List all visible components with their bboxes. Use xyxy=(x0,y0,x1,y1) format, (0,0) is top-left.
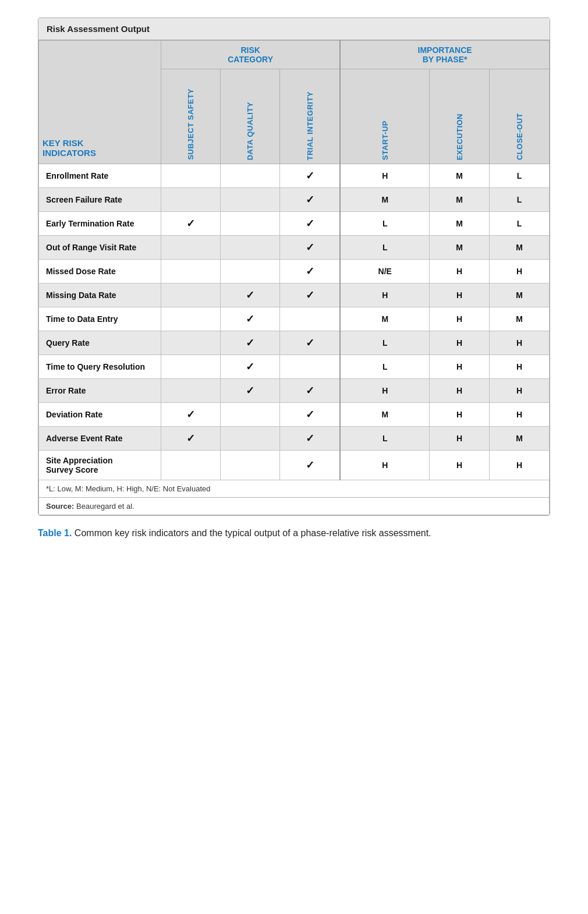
source-row: Source: Beauregard et al. xyxy=(39,498,550,515)
checkmark-icon: ✓ xyxy=(306,289,314,301)
data-cell: H xyxy=(430,379,490,403)
data-cell: H xyxy=(340,451,430,480)
data-cell: M xyxy=(490,427,550,451)
table-row: Screen Failure Rate✓MML xyxy=(39,188,550,212)
data-cell: ✓ xyxy=(279,403,340,427)
checkmark-icon: ✓ xyxy=(186,409,195,420)
data-cell xyxy=(279,307,340,331)
data-cell: H xyxy=(490,260,550,284)
data-cell: ✓ xyxy=(279,331,340,355)
data-cell xyxy=(161,188,221,212)
data-cell: M xyxy=(490,284,550,307)
data-cell: H xyxy=(430,451,490,480)
footnote-cell: *L: Low, M: Medium, H: High, N/E: Not Ev… xyxy=(39,480,550,498)
table-wrapper: Risk Assessment Output KEY RISK INDICATO… xyxy=(38,17,550,516)
data-cell: ✓ xyxy=(279,212,340,236)
checkmark-icon: ✓ xyxy=(306,459,314,471)
checkmark-icon: ✓ xyxy=(306,194,314,206)
data-cell: L xyxy=(490,212,550,236)
data-cell: ✓ xyxy=(279,188,340,212)
table-row: Deviation Rate✓✓MHH xyxy=(39,403,550,427)
data-cell: H xyxy=(340,164,430,188)
indicator-name-cell: Deviation Rate xyxy=(39,403,161,427)
data-cell: L xyxy=(340,427,430,451)
data-cell xyxy=(220,403,279,427)
checkmark-icon: ✓ xyxy=(306,337,314,349)
indicator-name-cell: Query Rate xyxy=(39,331,161,355)
checkmark-icon: ✓ xyxy=(306,218,314,229)
col-closeout: CLOSE-OUT xyxy=(490,69,550,164)
data-cell: L xyxy=(340,355,430,379)
data-cell: H xyxy=(430,260,490,284)
indicator-name-cell: Time to Query Resolution xyxy=(39,355,161,379)
checkmark-icon: ✓ xyxy=(306,265,314,277)
data-cell: M xyxy=(490,236,550,260)
caption-text: Common key risk indicators and the typic… xyxy=(75,528,431,538)
checkmark-icon: ✓ xyxy=(246,385,254,396)
source-text: Beauregard et al. xyxy=(76,502,134,511)
indicator-name-cell: Time to Data Entry xyxy=(39,307,161,331)
indicator-name-cell: Early Termination Rate xyxy=(39,212,161,236)
indicator-name-cell: Missing Data Rate xyxy=(39,284,161,307)
source-label: Source: xyxy=(46,502,74,511)
data-cell: H xyxy=(430,331,490,355)
data-cell: ✓ xyxy=(161,212,221,236)
data-cell xyxy=(220,188,279,212)
data-cell xyxy=(161,284,221,307)
table-row: Missing Data Rate✓✓HHM xyxy=(39,284,550,307)
data-cell xyxy=(161,355,221,379)
data-cell: H xyxy=(490,403,550,427)
indicator-name-cell: Missed Dose Rate xyxy=(39,260,161,284)
checkmark-icon: ✓ xyxy=(246,361,254,373)
table-row: Error Rate✓✓HHH xyxy=(39,379,550,403)
data-cell: ✓ xyxy=(279,164,340,188)
data-cell: H xyxy=(430,307,490,331)
checkmark-icon: ✓ xyxy=(246,289,254,301)
table-row: Out of Range Visit Rate✓LMM xyxy=(39,236,550,260)
data-cell: H xyxy=(340,379,430,403)
data-cell: H xyxy=(430,284,490,307)
table-row: Early Termination Rate✓✓LML xyxy=(39,212,550,236)
col-data-quality: DATA QUALITY xyxy=(220,69,279,164)
data-cell: ✓ xyxy=(161,403,221,427)
table-body: Enrollment Rate✓HMLScreen Failure Rate✓M… xyxy=(39,164,550,480)
table-row: Site Appreciation Survey Score✓HHH xyxy=(39,451,550,480)
data-cell xyxy=(220,260,279,284)
risk-assessment-table: KEY RISK INDICATORS RISK CATEGORY IMPORT… xyxy=(38,40,550,515)
data-cell: ✓ xyxy=(220,284,279,307)
source-cell: Source: Beauregard et al. xyxy=(39,498,550,515)
data-cell: M xyxy=(430,212,490,236)
checkmark-icon: ✓ xyxy=(246,313,254,325)
data-cell: H xyxy=(490,451,550,480)
data-cell xyxy=(220,164,279,188)
data-cell xyxy=(161,331,221,355)
data-cell xyxy=(220,236,279,260)
data-cell: M xyxy=(430,164,490,188)
data-cell: H xyxy=(430,355,490,379)
table-row: Query Rate✓✓LHH xyxy=(39,331,550,355)
data-cell: ✓ xyxy=(220,331,279,355)
checkmark-icon: ✓ xyxy=(186,218,195,229)
table-row: Enrollment Rate✓HML xyxy=(39,164,550,188)
data-cell: H xyxy=(490,379,550,403)
data-cell: ✓ xyxy=(220,355,279,379)
col-startup: START-UP xyxy=(340,69,430,164)
indicator-name-cell: Screen Failure Rate xyxy=(39,188,161,212)
data-cell: M xyxy=(490,307,550,331)
data-cell: ✓ xyxy=(220,307,279,331)
table-row: Adverse Event Rate✓✓LHM xyxy=(39,427,550,451)
caption-area: Table 1. Common key risk indicators and … xyxy=(38,526,550,540)
data-cell xyxy=(220,451,279,480)
importance-header: IMPORTANCE BY PHASE* xyxy=(340,41,549,69)
outer-container: Risk Assessment Output KEY RISK INDICATO… xyxy=(38,17,550,540)
col-subject-safety: SUBJECT SAFETY xyxy=(161,69,221,164)
header-row-1: KEY RISK INDICATORS RISK CATEGORY IMPORT… xyxy=(39,41,550,69)
data-cell: L xyxy=(490,164,550,188)
data-cell xyxy=(161,164,221,188)
data-cell: M xyxy=(340,188,430,212)
table-title: Risk Assessment Output xyxy=(38,18,550,40)
indicator-name-cell: Site Appreciation Survey Score xyxy=(39,451,161,480)
data-cell: ✓ xyxy=(279,236,340,260)
data-cell xyxy=(161,379,221,403)
data-cell: H xyxy=(340,284,430,307)
